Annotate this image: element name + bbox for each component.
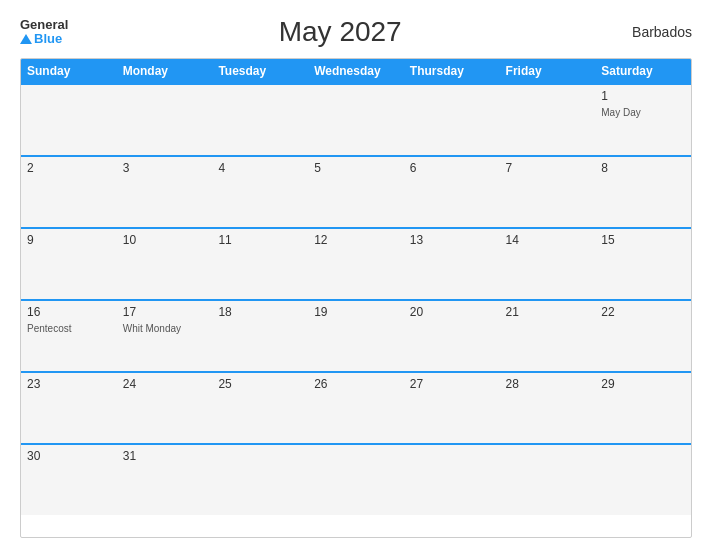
calendar-day-cell: 23 [21,373,117,443]
day-number: 23 [27,377,111,391]
calendar-day-cell [308,85,404,155]
day-number: 20 [410,305,494,319]
calendar-day-cell [212,85,308,155]
day-number: 15 [601,233,685,247]
day-number: 28 [506,377,590,391]
calendar: SundayMondayTuesdayWednesdayThursdayFrid… [20,58,692,538]
logo-blue-text: Blue [20,32,68,46]
day-number: 2 [27,161,111,175]
month-title: May 2027 [279,16,402,48]
calendar-week: 2345678 [21,155,691,227]
calendar-day-cell: 21 [500,301,596,371]
calendar-week: 3031 [21,443,691,515]
day-of-week-header: Monday [117,59,213,83]
day-number: 13 [410,233,494,247]
logo-general-text: General [20,18,68,32]
calendar-day-cell: 24 [117,373,213,443]
day-number: 1 [601,89,685,103]
day-number: 31 [123,449,207,463]
day-number: 17 [123,305,207,319]
day-number: 6 [410,161,494,175]
calendar-day-cell [308,445,404,515]
calendar-day-cell [595,445,691,515]
day-of-week-header: Thursday [404,59,500,83]
calendar-week: 1May Day [21,83,691,155]
day-of-week-header: Saturday [595,59,691,83]
day-of-week-header: Friday [500,59,596,83]
day-of-week-header: Sunday [21,59,117,83]
calendar-day-cell: 2 [21,157,117,227]
calendar-day-cell: 25 [212,373,308,443]
day-number: 18 [218,305,302,319]
calendar-day-cell: 6 [404,157,500,227]
day-number: 16 [27,305,111,319]
calendar-header-row: SundayMondayTuesdayWednesdayThursdayFrid… [21,59,691,83]
calendar-day-cell: 8 [595,157,691,227]
calendar-day-cell: 26 [308,373,404,443]
calendar-day-cell: 11 [212,229,308,299]
calendar-week: 23242526272829 [21,371,691,443]
calendar-day-cell: 4 [212,157,308,227]
calendar-day-cell [21,85,117,155]
day-of-week-header: Wednesday [308,59,404,83]
calendar-day-cell: 31 [117,445,213,515]
day-event: May Day [601,107,640,118]
calendar-day-cell: 12 [308,229,404,299]
calendar-day-cell: 30 [21,445,117,515]
calendar-day-cell: 13 [404,229,500,299]
day-number: 27 [410,377,494,391]
day-number: 19 [314,305,398,319]
calendar-day-cell: 18 [212,301,308,371]
calendar-day-cell: 17Whit Monday [117,301,213,371]
day-number: 30 [27,449,111,463]
day-number: 11 [218,233,302,247]
day-of-week-header: Tuesday [212,59,308,83]
day-number: 7 [506,161,590,175]
calendar-day-cell: 14 [500,229,596,299]
calendar-day-cell: 1May Day [595,85,691,155]
calendar-day-cell: 9 [21,229,117,299]
day-number: 29 [601,377,685,391]
logo: General Blue [20,18,68,47]
calendar-day-cell: 16Pentecost [21,301,117,371]
day-number: 5 [314,161,398,175]
day-event: Whit Monday [123,323,181,334]
calendar-day-cell: 19 [308,301,404,371]
page-header: General Blue May 2027 Barbados [20,16,692,48]
calendar-day-cell: 22 [595,301,691,371]
calendar-day-cell [500,85,596,155]
day-event: Pentecost [27,323,71,334]
calendar-day-cell: 27 [404,373,500,443]
day-number: 8 [601,161,685,175]
country-label: Barbados [612,24,692,40]
calendar-day-cell: 7 [500,157,596,227]
calendar-day-cell: 3 [117,157,213,227]
calendar-week: 16Pentecost17Whit Monday1819202122 [21,299,691,371]
calendar-day-cell: 10 [117,229,213,299]
calendar-day-cell: 20 [404,301,500,371]
calendar-day-cell [404,445,500,515]
day-number: 25 [218,377,302,391]
day-number: 3 [123,161,207,175]
day-number: 12 [314,233,398,247]
day-number: 24 [123,377,207,391]
day-number: 10 [123,233,207,247]
day-number: 21 [506,305,590,319]
calendar-day-cell: 29 [595,373,691,443]
day-number: 9 [27,233,111,247]
calendar-day-cell: 28 [500,373,596,443]
calendar-day-cell [212,445,308,515]
logo-triangle-icon [20,34,32,44]
calendar-day-cell [117,85,213,155]
calendar-week: 9101112131415 [21,227,691,299]
day-number: 4 [218,161,302,175]
calendar-day-cell: 5 [308,157,404,227]
calendar-body: 1May Day2345678910111213141516Pentecost1… [21,83,691,515]
day-number: 22 [601,305,685,319]
calendar-day-cell: 15 [595,229,691,299]
day-number: 14 [506,233,590,247]
calendar-day-cell [500,445,596,515]
calendar-day-cell [404,85,500,155]
day-number: 26 [314,377,398,391]
